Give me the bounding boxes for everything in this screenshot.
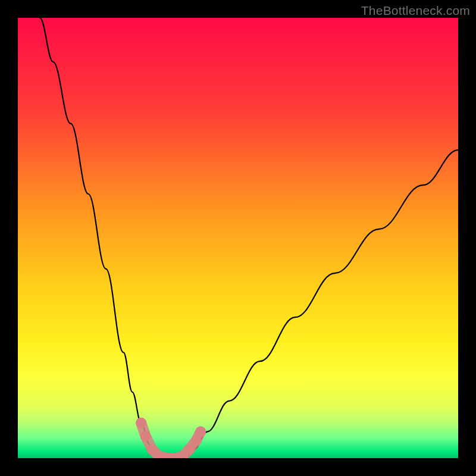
marker-group xyxy=(136,418,206,458)
watermark-text: TheBottleneck.com xyxy=(361,4,470,18)
marker-dot xyxy=(195,427,206,437)
outer-frame: TheBottleneck.com xyxy=(0,0,476,476)
marker-dot xyxy=(184,444,195,455)
plot-area xyxy=(18,18,458,458)
curve-layer xyxy=(18,18,458,458)
marker-dot xyxy=(140,431,151,441)
bottleneck-curve xyxy=(40,18,458,458)
marker-dot xyxy=(136,418,146,428)
